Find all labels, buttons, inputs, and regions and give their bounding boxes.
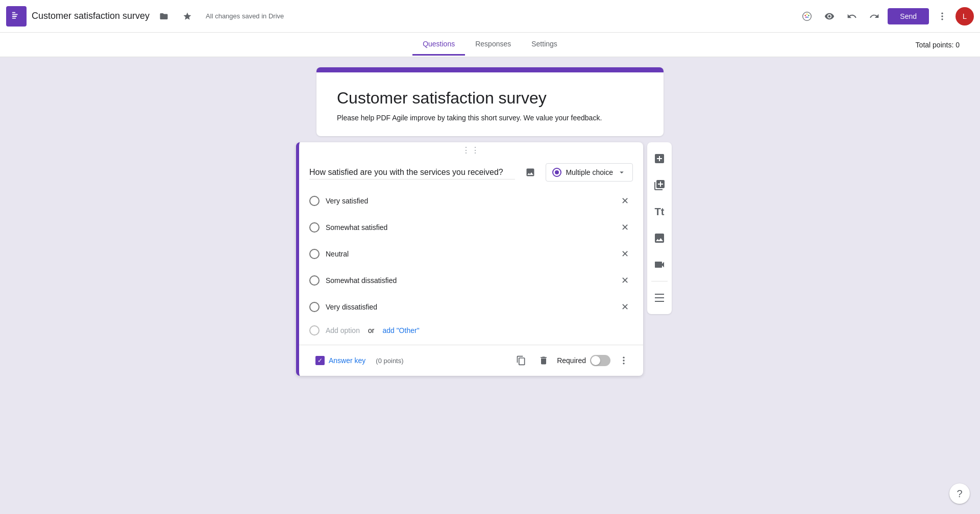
- question-type-label: Multiple choice: [566, 168, 613, 176]
- right-sidebar: Tt: [647, 142, 672, 314]
- sidebar-divider: [651, 281, 668, 281]
- option-text-4[interactable]: Very dissatisfied: [326, 303, 610, 312]
- add-option-row: Add option or add "Other": [299, 320, 643, 341]
- tab-responses[interactable]: Responses: [465, 34, 521, 56]
- form-header-card: Customer satisfaction survey Please help…: [316, 67, 664, 136]
- add-section-button[interactable]: [647, 286, 672, 310]
- form-description: Please help PDF Agile improve by taking …: [337, 114, 643, 122]
- main-content: Customer satisfaction survey Please help…: [0, 57, 980, 514]
- add-other-link[interactable]: add "Other": [382, 326, 419, 335]
- option-row-4: Very dissatisfied ✕: [309, 294, 633, 320]
- add-option-circle: [309, 325, 320, 336]
- tabs-center: Questions Responses Settings: [412, 34, 568, 56]
- topbar-left: Customer satisfaction survey All changes…: [6, 6, 798, 27]
- answer-key-label: Answer key: [329, 356, 365, 365]
- question-input[interactable]: [309, 166, 515, 179]
- svg-rect-0: [12, 12, 15, 13]
- svg-rect-3: [12, 17, 16, 18]
- more-options-button[interactable]: [933, 7, 951, 25]
- user-avatar[interactable]: L: [955, 7, 974, 25]
- multiple-choice-icon: [552, 168, 561, 177]
- duplicate-question-button[interactable]: [512, 351, 530, 370]
- add-image-button[interactable]: [647, 226, 672, 250]
- topbar: Customer satisfaction survey All changes…: [0, 0, 980, 33]
- svg-point-11: [941, 15, 943, 17]
- add-video-button[interactable]: [647, 252, 672, 277]
- answer-key-button[interactable]: ✓ Answer key: [309, 352, 372, 369]
- option-radio-2: [309, 249, 320, 259]
- answer-key-checkbox: ✓: [315, 356, 325, 365]
- tab-questions[interactable]: Questions: [412, 34, 465, 56]
- option-text-0[interactable]: Very satisfied: [326, 197, 610, 205]
- option-text-3[interactable]: Somewhat dissatisfied: [326, 276, 610, 285]
- svg-point-10: [941, 12, 943, 14]
- import-questions-button[interactable]: [647, 173, 672, 197]
- svg-rect-2: [12, 16, 17, 17]
- option-remove-0[interactable]: ✕: [617, 193, 633, 209]
- required-label: Required: [557, 356, 586, 365]
- svg-point-8: [807, 16, 809, 18]
- tabs-bar: Questions Responses Settings Total point…: [0, 33, 980, 57]
- question-card-wrapper: ⋮⋮ Multiple choice Very satisfied: [296, 142, 684, 376]
- delete-question-button[interactable]: [534, 351, 553, 370]
- add-title-button[interactable]: Tt: [647, 199, 672, 224]
- redo-button[interactable]: [865, 7, 884, 25]
- svg-point-12: [941, 18, 943, 20]
- drag-dots: ⋮⋮: [462, 146, 480, 155]
- palette-button[interactable]: [798, 7, 816, 25]
- form-title: Customer satisfaction survey: [337, 89, 643, 108]
- question-top: Multiple choice: [299, 155, 643, 188]
- options-list: Very satisfied ✕ Somewhat satisfied ✕ Ne…: [299, 188, 643, 320]
- svg-point-4: [803, 12, 812, 20]
- question-card: ⋮⋮ Multiple choice Very satisfied: [296, 142, 643, 376]
- svg-point-15: [623, 363, 624, 364]
- drag-handle[interactable]: ⋮⋮: [299, 142, 643, 155]
- svg-point-6: [806, 13, 808, 15]
- card-footer: ✓ Answer key (0 points) Required: [299, 345, 643, 376]
- folder-button[interactable]: [155, 7, 173, 25]
- option-radio-4: [309, 302, 320, 312]
- add-question-button[interactable]: [647, 146, 672, 171]
- question-more-button[interactable]: [615, 351, 633, 370]
- save-status: All changes saved in Drive: [206, 12, 284, 20]
- doc-title: Customer satisfaction survey: [32, 11, 150, 21]
- preview-button[interactable]: [820, 7, 839, 25]
- help-button[interactable]: ?: [949, 483, 970, 504]
- svg-point-14: [623, 359, 624, 361]
- question-type-select[interactable]: Multiple choice: [546, 163, 633, 182]
- points-label: (0 points): [376, 357, 403, 365]
- topbar-right: Send L: [798, 7, 974, 25]
- app-icon: [6, 6, 27, 27]
- undo-button[interactable]: [843, 7, 861, 25]
- option-radio-0: [309, 196, 320, 206]
- svg-point-7: [808, 15, 810, 16]
- option-remove-4[interactable]: ✕: [617, 299, 633, 315]
- option-radio-3: [309, 275, 320, 286]
- option-remove-1[interactable]: ✕: [617, 219, 633, 236]
- svg-point-9: [805, 16, 807, 18]
- svg-point-13: [623, 357, 624, 358]
- option-text-2[interactable]: Neutral: [326, 250, 610, 259]
- option-remove-3[interactable]: ✕: [617, 272, 633, 289]
- total-points: Total points: 0: [916, 41, 960, 49]
- add-option-text[interactable]: Add option: [326, 326, 360, 335]
- add-image-to-question-button[interactable]: [521, 163, 540, 182]
- toggle-thumb: [591, 356, 600, 365]
- option-row-0: Very satisfied ✕: [309, 188, 633, 214]
- star-button[interactable]: [178, 7, 197, 25]
- option-remove-2[interactable]: ✕: [617, 246, 633, 262]
- option-row-1: Somewhat satisfied ✕: [309, 214, 633, 241]
- send-button[interactable]: Send: [888, 8, 929, 24]
- option-radio-1: [309, 222, 320, 233]
- option-row-2: Neutral ✕: [309, 241, 633, 267]
- or-separator: or: [368, 326, 374, 335]
- option-text-1[interactable]: Somewhat satisfied: [326, 223, 610, 232]
- svg-point-5: [805, 15, 806, 16]
- required-toggle[interactable]: [590, 355, 610, 366]
- tab-settings[interactable]: Settings: [521, 34, 568, 56]
- option-row-3: Somewhat dissatisfied ✕: [309, 267, 633, 294]
- svg-rect-1: [12, 14, 18, 15]
